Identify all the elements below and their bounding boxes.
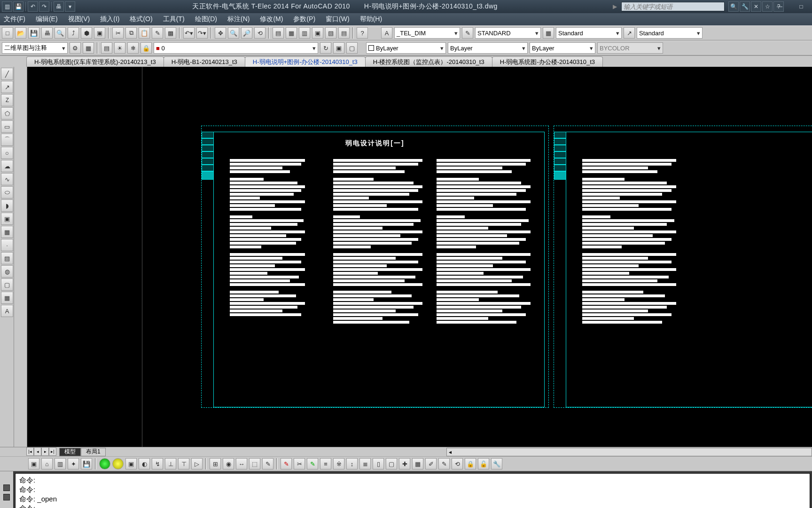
tab-last-icon[interactable]: ▸| bbox=[49, 447, 56, 456]
tool-18-icon[interactable]: ✎ bbox=[262, 458, 273, 469]
mtext-icon[interactable]: A bbox=[1, 305, 13, 317]
maximize-button[interactable]: □ bbox=[790, 0, 812, 13]
tool-pal-icon[interactable]: ▥ bbox=[299, 27, 310, 39]
tool-21-icon[interactable]: ✎ bbox=[307, 458, 318, 469]
tablestyle-icon[interactable]: ▦ bbox=[543, 27, 554, 39]
tool-15-icon[interactable]: ◉ bbox=[223, 458, 234, 469]
tablestyle-combo[interactable]: Standard bbox=[556, 27, 622, 39]
rev-cloud-icon[interactable]: ☁ bbox=[1, 160, 13, 172]
sheet-set-icon[interactable]: ▣ bbox=[312, 27, 323, 39]
hatch-icon[interactable]: ▨ bbox=[1, 252, 13, 264]
tool-27-icon[interactable]: ▢ bbox=[386, 458, 397, 469]
new-icon[interactable]: ▥ bbox=[2, 1, 12, 12]
tool-29-icon[interactable]: ▦ bbox=[412, 458, 423, 469]
tab-first-icon[interactable]: |◂ bbox=[26, 447, 34, 456]
color-combo[interactable]: ByLayer bbox=[366, 42, 446, 54]
tab-prev-icon[interactable]: ◂ bbox=[34, 447, 41, 456]
mleader-combo[interactable]: Standard bbox=[637, 27, 703, 39]
tool-22-icon[interactable]: ≡ bbox=[320, 458, 331, 469]
yellow-circle-icon[interactable] bbox=[112, 458, 124, 469]
tool-17-icon[interactable]: ⬚ bbox=[249, 458, 260, 469]
mleader-icon[interactable]: ↗ bbox=[624, 27, 635, 39]
open-file-icon[interactable]: 📂 bbox=[15, 27, 26, 39]
doc-tab[interactable]: H-弱电系统图(仅车库管理系统)-20140213_t3 bbox=[26, 56, 164, 67]
cmd-handle-icon[interactable] bbox=[3, 484, 10, 491]
tool-26-icon[interactable]: ▯ bbox=[373, 458, 384, 469]
green-circle-icon[interactable] bbox=[99, 458, 110, 469]
copy-icon[interactable]: ⧉ bbox=[125, 27, 137, 39]
doc-tab[interactable]: H-楼控系统图（监控点表）-20140310_t3 bbox=[365, 56, 492, 67]
doc-tab[interactable]: H-弱电说明+图例-办公楼-20140310_t3 bbox=[245, 56, 366, 67]
drawing-canvas[interactable]: 弱电设计说明[一] bbox=[27, 67, 812, 447]
cmd-handle-icon[interactable] bbox=[3, 494, 10, 500]
tab-next-icon[interactable]: ▸ bbox=[41, 447, 49, 456]
menu-dim[interactable]: 标注(N) bbox=[227, 15, 250, 24]
ws-settings-icon[interactable]: ⚙ bbox=[70, 42, 81, 54]
spline-icon[interactable]: ∿ bbox=[1, 173, 13, 185]
3d-icon[interactable]: ⬢ bbox=[81, 27, 92, 39]
layer-iso-icon[interactable]: ▣ bbox=[333, 42, 344, 54]
sheet-icon[interactable]: ▣ bbox=[94, 27, 105, 39]
layer-state-icon[interactable]: ☀ bbox=[114, 42, 125, 54]
workspace-combo[interactable]: 二维草图与注释 bbox=[2, 42, 68, 54]
dcenter-icon[interactable]: ▦ bbox=[286, 27, 297, 39]
layer-freeze-icon[interactable]: ❄ bbox=[127, 42, 139, 54]
tool-24-icon[interactable]: ↕ bbox=[346, 458, 358, 469]
layer-mgr-icon[interactable]: ▤ bbox=[101, 42, 112, 54]
ws-switch-icon[interactable]: ▦ bbox=[83, 42, 94, 54]
model-tab[interactable]: 模型 bbox=[59, 448, 81, 456]
tool-10-icon[interactable]: ↯ bbox=[152, 458, 163, 469]
gradient-icon[interactable]: ◍ bbox=[1, 265, 13, 278]
circle-icon[interactable]: ○ bbox=[1, 147, 13, 159]
h-scrollbar[interactable] bbox=[446, 448, 812, 456]
zoom-win-icon[interactable]: 🔎 bbox=[241, 27, 252, 39]
tool-05-icon[interactable]: 💾 bbox=[81, 458, 92, 469]
layer-lock-icon[interactable]: 🔒 bbox=[141, 42, 152, 54]
lweight-combo[interactable]: ByLayer bbox=[530, 42, 595, 54]
new-file-icon[interactable]: □ bbox=[2, 27, 13, 39]
props-icon[interactable]: ▤ bbox=[273, 27, 284, 39]
cut-icon[interactable]: ✂ bbox=[112, 27, 124, 39]
wrench-icon[interactable]: 🔧 bbox=[491, 458, 502, 469]
qat-more-icon[interactable]: ▾ bbox=[65, 1, 75, 12]
undo-icon[interactable]: ↶ bbox=[28, 1, 38, 12]
publish-icon[interactable]: ⤴ bbox=[68, 27, 79, 39]
tool-04-icon[interactable]: ✦ bbox=[68, 458, 79, 469]
menu-param[interactable]: 参数(P) bbox=[293, 15, 315, 24]
tool-25-icon[interactable]: ≣ bbox=[359, 458, 371, 469]
plot-icon[interactable]: 🖶 bbox=[41, 27, 53, 39]
help-tb-icon[interactable]: ? bbox=[357, 27, 368, 39]
region-icon[interactable]: ▢ bbox=[1, 278, 13, 291]
make-block-icon[interactable]: ▦ bbox=[1, 226, 13, 238]
minimize-button[interactable]: — bbox=[769, 0, 790, 13]
layer-uniso-icon[interactable]: ▢ bbox=[346, 42, 358, 54]
rect-icon[interactable]: ▭ bbox=[1, 120, 13, 133]
tool-13-icon[interactable]: ▷ bbox=[191, 458, 203, 469]
tool-19-icon[interactable]: ✎ bbox=[281, 458, 292, 469]
match-icon[interactable]: ✎ bbox=[152, 27, 163, 39]
doc-tab[interactable]: H-弱电-B1-20140213_t3 bbox=[164, 56, 245, 67]
ellipse-icon[interactable]: ⬭ bbox=[1, 186, 13, 198]
calc-icon[interactable]: ▤ bbox=[338, 27, 350, 39]
layer-combo[interactable]: ■ 0 bbox=[154, 42, 318, 54]
markup-icon[interactable]: ▧ bbox=[325, 27, 336, 39]
ellipse-arc-icon[interactable]: ◗ bbox=[1, 199, 13, 212]
print-icon[interactable]: 🖶 bbox=[54, 1, 64, 12]
tool-08-icon[interactable]: ▣ bbox=[125, 458, 137, 469]
menu-edit[interactable]: 编辑(E) bbox=[36, 15, 58, 24]
ray-icon[interactable]: ↗ bbox=[1, 81, 13, 93]
binoculars-icon[interactable]: 🔍 bbox=[728, 1, 739, 12]
lock-icon[interactable]: 🔒 bbox=[465, 458, 476, 469]
tool-28-icon[interactable]: ✚ bbox=[399, 458, 410, 469]
tool-03-icon[interactable]: ▥ bbox=[55, 458, 66, 469]
redo-icon[interactable]: ↷ bbox=[39, 1, 49, 12]
menu-modify[interactable]: 修改(M) bbox=[260, 15, 283, 24]
dimstyle-icon[interactable]: A bbox=[381, 27, 392, 39]
save-file-icon[interactable]: 💾 bbox=[28, 27, 39, 39]
menu-format[interactable]: 格式(O) bbox=[130, 15, 152, 24]
help-search-input[interactable] bbox=[621, 2, 725, 11]
paste-icon[interactable]: 📋 bbox=[139, 27, 150, 39]
eraser-icon[interactable]: ▩ bbox=[165, 27, 176, 39]
polygon-icon[interactable]: ⬠ bbox=[1, 107, 13, 119]
insert-block-icon[interactable]: ▣ bbox=[1, 213, 13, 225]
